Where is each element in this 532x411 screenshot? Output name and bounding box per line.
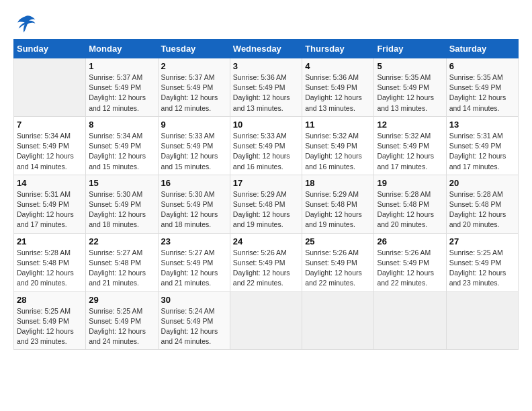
day-info: Sunrise: 5:29 AM Sunset: 5:48 PM Dayligh… <box>305 189 371 230</box>
calendar-cell: 10Sunrise: 5:33 AM Sunset: 5:49 PM Dayli… <box>230 116 302 175</box>
day-number: 9 <box>161 120 227 130</box>
day-number: 14 <box>17 178 83 188</box>
day-number: 19 <box>377 178 443 188</box>
day-info: Sunrise: 5:24 AM Sunset: 5:49 PM Dayligh… <box>161 306 227 347</box>
day-number: 6 <box>449 61 515 71</box>
day-info: Sunrise: 5:27 AM Sunset: 5:49 PM Dayligh… <box>161 248 227 289</box>
calendar-cell: 3Sunrise: 5:36 AM Sunset: 5:49 PM Daylig… <box>230 58 302 117</box>
day-info: Sunrise: 5:31 AM Sunset: 5:49 PM Dayligh… <box>17 189 83 230</box>
header-row: SundayMondayTuesdayWednesdayThursdayFrid… <box>14 40 519 58</box>
day-number: 5 <box>377 61 443 71</box>
day-info: Sunrise: 5:35 AM Sunset: 5:49 PM Dayligh… <box>377 73 443 113</box>
day-number: 2 <box>161 61 227 71</box>
day-info: Sunrise: 5:33 AM Sunset: 5:49 PM Dayligh… <box>161 131 227 172</box>
day-info: Sunrise: 5:28 AM Sunset: 5:48 PM Dayligh… <box>17 248 83 289</box>
logo-bird-icon <box>16 13 36 34</box>
day-info: Sunrise: 5:37 AM Sunset: 5:49 PM Dayligh… <box>89 73 154 113</box>
day-info: Sunrise: 5:32 AM Sunset: 5:49 PM Dayligh… <box>377 131 443 172</box>
week-row-3: 14Sunrise: 5:31 AM Sunset: 5:49 PM Dayli… <box>14 175 519 233</box>
day-info: Sunrise: 5:25 AM Sunset: 5:49 PM Dayligh… <box>17 306 83 347</box>
calendar-cell: 17Sunrise: 5:29 AM Sunset: 5:48 PM Dayli… <box>230 175 302 233</box>
calendar-cell: 7Sunrise: 5:34 AM Sunset: 5:49 PM Daylig… <box>14 116 86 175</box>
day-number: 12 <box>377 120 443 130</box>
day-info: Sunrise: 5:26 AM Sunset: 5:49 PM Dayligh… <box>377 248 443 289</box>
day-number: 27 <box>449 236 515 246</box>
day-info: Sunrise: 5:26 AM Sunset: 5:49 PM Dayligh… <box>233 248 299 289</box>
day-number: 23 <box>161 236 227 246</box>
day-number: 22 <box>89 236 154 246</box>
day-info: Sunrise: 5:25 AM Sunset: 5:49 PM Dayligh… <box>89 306 154 347</box>
calendar-cell: 13Sunrise: 5:31 AM Sunset: 5:49 PM Dayli… <box>446 116 518 175</box>
day-number: 25 <box>305 236 371 246</box>
calendar-cell: 11Sunrise: 5:32 AM Sunset: 5:49 PM Dayli… <box>302 116 374 175</box>
day-number: 7 <box>17 120 83 130</box>
day-number: 16 <box>161 178 227 188</box>
day-number: 1 <box>89 61 154 71</box>
day-number: 4 <box>305 61 371 71</box>
calendar-cell: 27Sunrise: 5:25 AM Sunset: 5:49 PM Dayli… <box>446 233 518 291</box>
calendar-cell: 15Sunrise: 5:30 AM Sunset: 5:49 PM Dayli… <box>86 175 158 233</box>
calendar-cell <box>302 291 374 350</box>
day-info: Sunrise: 5:28 AM Sunset: 5:48 PM Dayligh… <box>377 189 443 230</box>
header-day-saturday: Saturday <box>446 40 518 58</box>
calendar-cell: 8Sunrise: 5:34 AM Sunset: 5:49 PM Daylig… <box>86 116 158 175</box>
day-number: 29 <box>89 295 154 305</box>
day-info: Sunrise: 5:34 AM Sunset: 5:49 PM Dayligh… <box>89 131 154 172</box>
day-number: 26 <box>377 236 443 246</box>
week-row-4: 21Sunrise: 5:28 AM Sunset: 5:48 PM Dayli… <box>14 233 519 291</box>
calendar-cell: 1Sunrise: 5:37 AM Sunset: 5:49 PM Daylig… <box>86 58 158 117</box>
calendar-cell: 16Sunrise: 5:30 AM Sunset: 5:49 PM Dayli… <box>158 175 230 233</box>
calendar-cell: 4Sunrise: 5:36 AM Sunset: 5:49 PM Daylig… <box>302 58 374 117</box>
calendar-header: SundayMondayTuesdayWednesdayThursdayFrid… <box>14 40 519 58</box>
day-number: 3 <box>233 61 299 71</box>
calendar-cell <box>14 58 86 117</box>
day-info: Sunrise: 5:34 AM Sunset: 5:49 PM Dayligh… <box>17 131 83 172</box>
day-info: Sunrise: 5:29 AM Sunset: 5:48 PM Dayligh… <box>233 189 299 230</box>
day-number: 17 <box>233 178 299 188</box>
day-number: 21 <box>17 236 83 246</box>
calendar-cell: 22Sunrise: 5:27 AM Sunset: 5:48 PM Dayli… <box>86 233 158 291</box>
day-number: 24 <box>233 236 299 246</box>
header-day-sunday: Sunday <box>14 40 86 58</box>
day-number: 15 <box>89 178 154 188</box>
header-day-monday: Monday <box>86 40 158 58</box>
day-number: 13 <box>449 120 515 130</box>
header-day-wednesday: Wednesday <box>230 40 302 58</box>
calendar-cell: 21Sunrise: 5:28 AM Sunset: 5:48 PM Dayli… <box>14 233 86 291</box>
day-info: Sunrise: 5:35 AM Sunset: 5:49 PM Dayligh… <box>449 73 515 113</box>
day-info: Sunrise: 5:30 AM Sunset: 5:49 PM Dayligh… <box>89 189 154 230</box>
calendar-cell: 5Sunrise: 5:35 AM Sunset: 5:49 PM Daylig… <box>374 58 446 117</box>
week-row-2: 7Sunrise: 5:34 AM Sunset: 5:49 PM Daylig… <box>14 116 519 175</box>
day-info: Sunrise: 5:30 AM Sunset: 5:49 PM Dayligh… <box>161 189 227 230</box>
week-row-5: 28Sunrise: 5:25 AM Sunset: 5:49 PM Dayli… <box>14 291 519 350</box>
calendar-cell: 6Sunrise: 5:35 AM Sunset: 5:49 PM Daylig… <box>446 58 518 117</box>
calendar-cell: 14Sunrise: 5:31 AM Sunset: 5:49 PM Dayli… <box>14 175 86 233</box>
day-info: Sunrise: 5:27 AM Sunset: 5:48 PM Dayligh… <box>89 248 154 289</box>
calendar-table: SundayMondayTuesdayWednesdayThursdayFrid… <box>13 39 519 350</box>
day-info: Sunrise: 5:26 AM Sunset: 5:49 PM Dayligh… <box>305 248 371 289</box>
logo <box>13 13 36 34</box>
day-number: 30 <box>161 295 227 305</box>
day-number: 11 <box>305 120 371 130</box>
day-number: 20 <box>449 178 515 188</box>
calendar-cell <box>446 291 518 350</box>
calendar-cell: 26Sunrise: 5:26 AM Sunset: 5:49 PM Dayli… <box>374 233 446 291</box>
day-info: Sunrise: 5:32 AM Sunset: 5:49 PM Dayligh… <box>305 131 371 172</box>
calendar-cell: 12Sunrise: 5:32 AM Sunset: 5:49 PM Dayli… <box>374 116 446 175</box>
header-day-friday: Friday <box>374 40 446 58</box>
calendar-body: 1Sunrise: 5:37 AM Sunset: 5:49 PM Daylig… <box>14 58 519 350</box>
calendar-cell: 9Sunrise: 5:33 AM Sunset: 5:49 PM Daylig… <box>158 116 230 175</box>
day-info: Sunrise: 5:37 AM Sunset: 5:49 PM Dayligh… <box>161 73 227 113</box>
calendar-cell <box>374 291 446 350</box>
day-info: Sunrise: 5:31 AM Sunset: 5:49 PM Dayligh… <box>449 131 515 172</box>
day-number: 10 <box>233 120 299 130</box>
page-header <box>13 13 519 34</box>
header-day-thursday: Thursday <box>302 40 374 58</box>
calendar-cell: 28Sunrise: 5:25 AM Sunset: 5:49 PM Dayli… <box>14 291 86 350</box>
calendar-cell: 30Sunrise: 5:24 AM Sunset: 5:49 PM Dayli… <box>158 291 230 350</box>
calendar-cell: 2Sunrise: 5:37 AM Sunset: 5:49 PM Daylig… <box>158 58 230 117</box>
calendar-cell <box>230 291 302 350</box>
header-day-tuesday: Tuesday <box>158 40 230 58</box>
calendar-cell: 29Sunrise: 5:25 AM Sunset: 5:49 PM Dayli… <box>86 291 158 350</box>
day-info: Sunrise: 5:36 AM Sunset: 5:49 PM Dayligh… <box>233 73 299 113</box>
